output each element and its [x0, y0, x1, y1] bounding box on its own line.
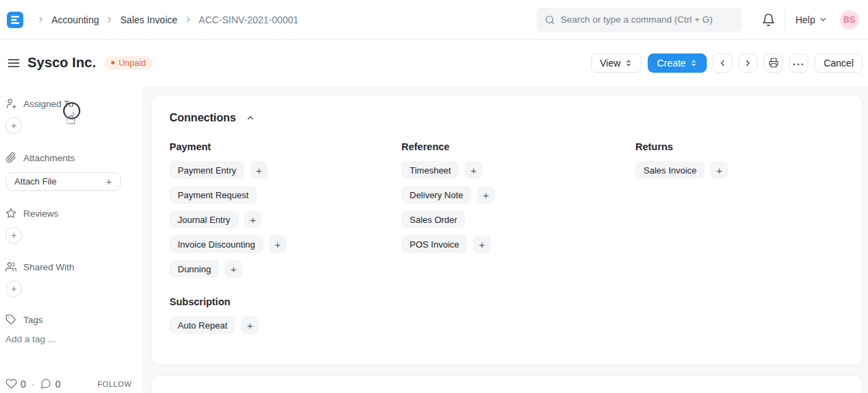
connection-link[interactable]: Dunning: [169, 260, 219, 278]
form-sidebar: Assigned To + Attachments Attach File + …: [0, 86, 143, 393]
breadcrumb-link[interactable]: Accounting: [51, 14, 99, 25]
connection-row: Payment Request: [169, 186, 401, 204]
breadcrumb-current: ACC-SINV-2021-00001: [199, 14, 299, 25]
global-search[interactable]: [537, 8, 742, 32]
next-document-button[interactable]: [738, 53, 758, 73]
status-label: Unpaid: [119, 58, 146, 68]
connection-link[interactable]: Sales Invoice: [635, 161, 705, 179]
assign-user-icon: [5, 98, 16, 109]
connection-link[interactable]: POS Invoice: [401, 235, 467, 253]
page-actions: View Create ... Cancel: [591, 53, 863, 73]
connection-row: Timesheet+: [401, 161, 635, 179]
user-avatar[interactable]: BS: [840, 10, 859, 29]
comment-icon[interactable]: [40, 378, 51, 390]
notifications-bell-icon[interactable]: [762, 13, 775, 27]
breadcrumb-link[interactable]: Sales Invoice: [120, 14, 177, 25]
cancel-button[interactable]: Cancel: [814, 53, 863, 73]
erpnext-logo-icon[interactable]: [7, 12, 23, 28]
connection-link[interactable]: Payment Request: [169, 186, 257, 204]
menu-ellipsis-button[interactable]: ...: [789, 53, 808, 73]
assigned-to-section: Assigned To: [5, 98, 132, 109]
search-input[interactable]: [561, 14, 734, 25]
attach-file-button[interactable]: Attach File +: [5, 172, 121, 191]
new-document-plus-button[interactable]: +: [244, 211, 262, 228]
subscription-group: SubscriptionAuto Repeat+: [169, 296, 844, 334]
connection-group: ReturnsSales Invoice+: [635, 141, 844, 285]
navbar-divider: [785, 10, 786, 29]
users-icon: [5, 261, 16, 272]
top-navbar: AccountingSales InvoiceACC-SINV-2021-000…: [0, 0, 868, 40]
breadcrumb-separator: [184, 15, 193, 24]
attachments-label: Attachments: [23, 153, 75, 163]
connection-link[interactable]: Delivery Note: [401, 186, 471, 204]
connections-card: Connections PaymentPayment Entry+Payment…: [151, 95, 863, 365]
new-document-plus-button[interactable]: +: [224, 260, 242, 278]
chevron-right-icon: [36, 15, 45, 24]
create-button[interactable]: Create: [648, 53, 707, 73]
ellipsis-icon: ...: [793, 57, 806, 67]
connection-group: ReferenceTimesheet+Delivery Note+Sales O…: [401, 141, 635, 285]
collapse-section-button[interactable]: [244, 112, 257, 124]
details-card: Customer Date*: [151, 375, 863, 393]
new-document-plus-button[interactable]: +: [241, 316, 259, 334]
new-document-plus-button[interactable]: +: [477, 186, 495, 204]
page-title: Sysco Inc.: [27, 55, 96, 71]
add-assignment-button[interactable]: +: [5, 117, 22, 134]
connection-row: Invoice Discounting+: [169, 235, 401, 253]
new-document-plus-button[interactable]: +: [710, 161, 728, 179]
follow-button[interactable]: FOLLOW: [97, 380, 132, 388]
chevron-down-icon: [819, 15, 828, 24]
connection-link[interactable]: Invoice Discounting: [169, 235, 263, 253]
search-icon: [545, 14, 555, 25]
reviews-label: Reviews: [23, 209, 58, 219]
tags-section: Tags: [5, 314, 132, 325]
add-tag-input[interactable]: Add a tag ...: [5, 334, 132, 344]
new-document-plus-button[interactable]: +: [250, 161, 268, 179]
help-menu[interactable]: Help: [795, 14, 828, 25]
like-count: 0: [21, 379, 26, 390]
new-document-plus-button[interactable]: +: [465, 161, 482, 179]
print-button[interactable]: [764, 53, 783, 73]
connections-title: Connections: [169, 112, 236, 124]
attachments-section: Attachments: [5, 152, 132, 163]
unfold-icon: [624, 59, 633, 67]
connection-row: Auto Repeat+: [169, 316, 844, 334]
chevron-right-icon: [105, 15, 114, 24]
sidebar-toggle-icon[interactable]: [5, 55, 22, 71]
view-button[interactable]: View: [591, 53, 642, 73]
connection-link[interactable]: Payment Entry: [169, 161, 244, 179]
new-document-plus-button[interactable]: +: [473, 235, 491, 253]
star-icon: [5, 208, 16, 219]
unfold-icon: [690, 59, 698, 67]
add-review-button[interactable]: +: [5, 227, 22, 243]
comment-count: 0: [55, 379, 60, 390]
connection-row: Sales Order: [401, 211, 635, 228]
connection-link[interactable]: Auto Repeat: [169, 316, 235, 334]
connection-group-title: Subscription: [169, 296, 844, 307]
breadcrumb-separator: [36, 15, 45, 24]
new-document-plus-button[interactable]: +: [269, 235, 287, 253]
shared-with-label: Shared With: [23, 262, 74, 272]
status-dot: [111, 61, 115, 64]
connection-row: Payment Entry+: [169, 161, 401, 179]
sidebar-footer: 0 · 0 FOLLOW: [5, 378, 132, 390]
breadcrumb: AccountingSales InvoiceACC-SINV-2021-000…: [30, 14, 298, 25]
view-button-label: View: [600, 58, 620, 69]
dot-separator: ·: [32, 379, 35, 390]
connection-link[interactable]: Journal Entry: [169, 211, 239, 228]
cancel-button-label: Cancel: [823, 58, 854, 69]
connection-group-title: Reference: [401, 141, 635, 152]
chevron-right-icon: [184, 15, 193, 24]
paperclip-icon: [5, 152, 16, 163]
connection-link[interactable]: Timesheet: [401, 161, 459, 179]
plus-icon: +: [106, 176, 112, 187]
breadcrumb-separator: [105, 15, 114, 24]
heart-icon[interactable]: [5, 378, 17, 390]
attach-file-label: Attach File: [14, 176, 56, 187]
previous-document-button[interactable]: [713, 53, 732, 73]
printer-icon: [769, 58, 779, 68]
connection-link[interactable]: Sales Order: [401, 211, 465, 228]
add-share-button[interactable]: +: [5, 281, 22, 297]
connection-group: SubscriptionAuto Repeat+: [169, 296, 844, 334]
chevron-left-icon: [718, 58, 727, 68]
